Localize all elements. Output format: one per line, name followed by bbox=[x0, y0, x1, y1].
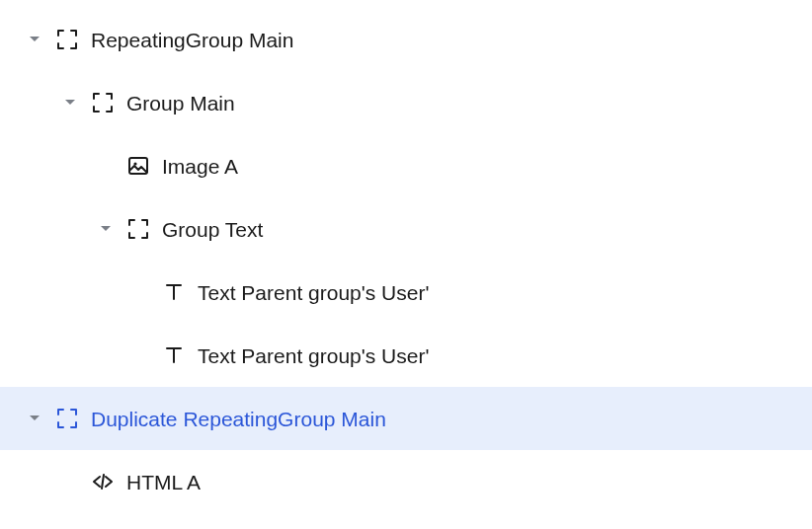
text-icon bbox=[162, 343, 186, 367]
text-icon bbox=[162, 280, 186, 304]
tree-item-image-a[interactable]: Image A bbox=[0, 134, 812, 197]
tree-item-group-text[interactable]: Group Text bbox=[0, 197, 812, 261]
tree-item-label: Group Text bbox=[162, 219, 263, 240]
tree-item-html-a[interactable]: HTML A bbox=[0, 450, 812, 513]
group-icon bbox=[126, 217, 150, 241]
tree-item-label: RepeatingGroup Main bbox=[91, 30, 293, 50]
group-icon bbox=[55, 407, 79, 430]
chevron-down-icon[interactable] bbox=[99, 222, 113, 236]
chevron-down-icon[interactable] bbox=[28, 412, 41, 425]
group-icon bbox=[55, 28, 79, 51]
tree-item-label: Duplicate RepeatingGroup Main bbox=[91, 409, 386, 429]
tree-item-duplicate-repeating-group-main[interactable]: Duplicate RepeatingGroup Main bbox=[0, 387, 812, 450]
tree-item-text-user-1[interactable]: Text Parent group's User' bbox=[0, 261, 812, 324]
html-icon bbox=[91, 470, 115, 493]
tree-item-repeating-group-main[interactable]: RepeatingGroup Main bbox=[0, 8, 812, 71]
tree-item-text-user-2[interactable]: Text Parent group's User' bbox=[0, 324, 812, 387]
tree-item-group-main[interactable]: Group Main bbox=[0, 71, 812, 134]
tree-item-label: Text Parent group's User' bbox=[198, 345, 429, 366]
tree-item-label: Text Parent group's User' bbox=[198, 282, 429, 303]
chevron-down-icon[interactable] bbox=[28, 33, 41, 46]
element-tree: RepeatingGroup MainGroup MainImage AGrou… bbox=[0, 8, 812, 513]
image-icon bbox=[126, 154, 150, 178]
tree-item-label: Group Main bbox=[126, 93, 235, 113]
group-icon bbox=[91, 91, 115, 114]
tree-item-label: HTML A bbox=[126, 472, 201, 492]
tree-item-label: Image A bbox=[162, 156, 238, 177]
chevron-down-icon[interactable] bbox=[63, 96, 77, 110]
